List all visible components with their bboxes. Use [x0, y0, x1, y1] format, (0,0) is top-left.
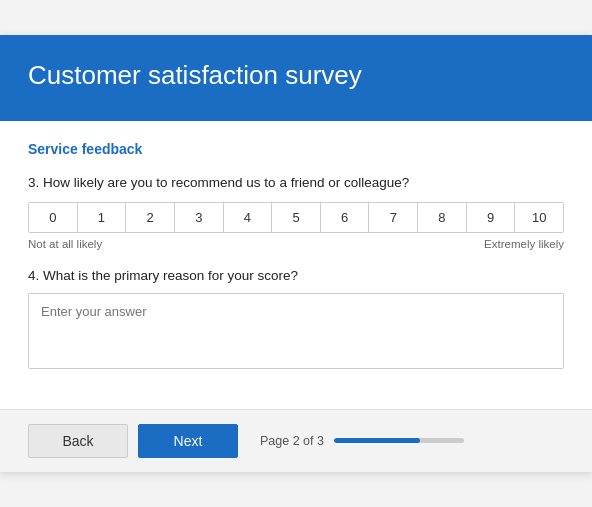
- question-4-number: 4.: [28, 268, 39, 283]
- scale-4[interactable]: 4: [224, 203, 273, 232]
- scale-5[interactable]: 5: [272, 203, 321, 232]
- question-3: 3. How likely are you to recommend us to…: [28, 175, 564, 190]
- survey-title: Customer satisfaction survey: [28, 59, 564, 93]
- scale-labels: Not at all likely Extremely likely: [28, 238, 564, 250]
- scale-0[interactable]: 0: [29, 203, 78, 232]
- answer-textarea[interactable]: [29, 294, 563, 364]
- next-button[interactable]: Next: [138, 424, 238, 458]
- scale-label-low: Not at all likely: [28, 238, 102, 250]
- survey-body: Service feedback 3. How likely are you t…: [0, 121, 592, 409]
- question-4-text: What is the primary reason for your scor…: [43, 268, 298, 283]
- progress-bar-fill: [334, 438, 420, 443]
- scale-7[interactable]: 7: [369, 203, 418, 232]
- back-button[interactable]: Back: [28, 424, 128, 458]
- page-indicator: Page 2 of 3: [260, 434, 464, 448]
- question-3-number: 3.: [28, 175, 39, 190]
- scale-3[interactable]: 3: [175, 203, 224, 232]
- scale-8[interactable]: 8: [418, 203, 467, 232]
- scale-label-high: Extremely likely: [484, 238, 564, 250]
- scale-10[interactable]: 10: [515, 203, 563, 232]
- scale-6[interactable]: 6: [321, 203, 370, 232]
- progress-bar-bg: [334, 438, 464, 443]
- survey-header: Customer satisfaction survey: [0, 35, 592, 121]
- scale-2[interactable]: 2: [126, 203, 175, 232]
- question-4: 4. What is the primary reason for your s…: [28, 268, 564, 283]
- scale-container: 0 1 2 3 4 5 6 7 8 9 10 Not at all likely…: [28, 202, 564, 250]
- scale-grid: 0 1 2 3 4 5 6 7 8 9 10: [28, 202, 564, 233]
- survey-footer: Back Next Page 2 of 3: [0, 409, 592, 472]
- question-3-text: How likely are you to recommend us to a …: [43, 175, 409, 190]
- text-area-container: [28, 293, 564, 369]
- section-title: Service feedback: [28, 141, 564, 157]
- page-text: Page 2 of 3: [260, 434, 324, 448]
- scale-9[interactable]: 9: [467, 203, 516, 232]
- scale-1[interactable]: 1: [78, 203, 127, 232]
- survey-container: Customer satisfaction survey Service fee…: [0, 35, 592, 472]
